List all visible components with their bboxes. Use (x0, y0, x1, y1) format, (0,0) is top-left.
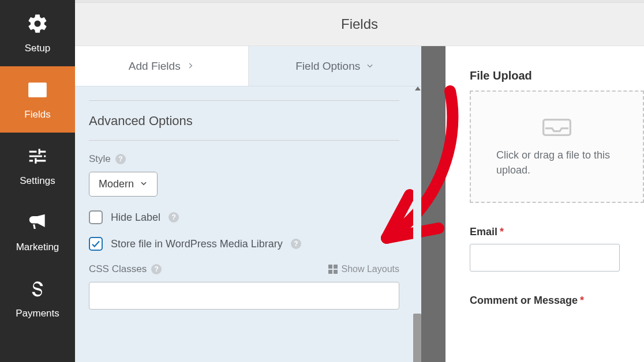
sidebar-label: Marketing (16, 242, 59, 253)
email-input[interactable] (470, 244, 620, 272)
form-preview: File Upload Click or drag a file to this… (445, 46, 644, 362)
grid-icon (328, 265, 338, 274)
sidebar-label: Setup (25, 43, 50, 54)
lbl-text: CSS Classes (89, 263, 147, 275)
sidebar-item-fields[interactable]: Fields (0, 66, 75, 133)
tab-add-fields[interactable]: Add Fields (75, 46, 249, 86)
file-upload-dropzone[interactable]: Click or drag a file to this upload. (470, 90, 644, 203)
show-layouts-text: Show Layouts (341, 264, 399, 274)
main-area: Fields Add Fields Field Options Advanced… (75, 0, 644, 362)
style-label: Style ? (89, 153, 126, 165)
sidebar-item-settings[interactable]: Settings (0, 133, 75, 199)
comment-label: Comment or Message* (470, 295, 644, 307)
required-asterisk: * (500, 226, 504, 238)
bullhorn-icon (27, 212, 48, 236)
help-icon[interactable]: ? (291, 239, 301, 249)
style-value: Modern (99, 178, 134, 190)
inbox-icon (541, 116, 572, 139)
chevron-down-icon (366, 60, 374, 73)
style-row: Style ? Modern (89, 153, 399, 197)
tab-field-options[interactable]: Field Options (249, 46, 422, 86)
store-media-text: Store file in WordPress Media Library (111, 238, 283, 250)
section-title: Advanced Options (89, 114, 399, 129)
sidebar-label: Fields (24, 109, 50, 120)
lbl-text: Email (470, 226, 497, 238)
show-layouts-button[interactable]: Show Layouts (328, 264, 399, 274)
hide-label-row: Hide Label ? (89, 210, 399, 224)
divider (89, 140, 399, 141)
field-options-panel: Advanced Options Style ? Modern (75, 86, 413, 362)
chevron-down-icon (140, 178, 148, 190)
upload-title: File Upload (470, 69, 644, 82)
scroll-area: Advanced Options Style ? Modern (75, 86, 421, 362)
chevron-right-icon (186, 60, 194, 73)
hide-label-text: Hide Label (111, 212, 160, 224)
page-title: Fields (75, 3, 644, 46)
css-label: CSS Classes ? (89, 263, 162, 275)
sidebar-item-setup[interactable]: Setup (0, 0, 75, 66)
help-icon[interactable]: ? (169, 212, 179, 223)
column-divider (421, 46, 445, 362)
css-classes-row: CSS Classes ? Show Layouts (89, 263, 399, 310)
sidebar-label: Payments (16, 308, 59, 319)
lbl-text: Comment or Message (470, 295, 578, 307)
sliders-icon (27, 145, 48, 169)
hide-label-checkbox[interactable] (89, 210, 103, 224)
sidebar-item-payments[interactable]: Payments (0, 265, 75, 331)
body-row: Add Fields Field Options Advanced Option… (75, 46, 644, 362)
panel-tabs: Add Fields Field Options (75, 46, 421, 86)
help-icon[interactable]: ? (151, 264, 162, 274)
sidebar-item-marketing[interactable]: Marketing (0, 199, 75, 265)
builder-sidebar: Setup Fields Settings Marketing Payments (0, 0, 75, 362)
list-icon (27, 79, 48, 103)
tab-label: Field Options (295, 60, 360, 73)
required-asterisk: * (580, 295, 584, 307)
help-icon[interactable]: ? (115, 154, 126, 164)
css-classes-input[interactable] (89, 282, 399, 310)
email-label: Email* (470, 226, 644, 238)
sidebar-label: Settings (20, 175, 55, 187)
dollar-icon (27, 278, 48, 302)
store-media-row: Store file in WordPress Media Library ? (89, 237, 399, 251)
scrollbar[interactable] (413, 86, 421, 362)
tab-label: Add Fields (129, 60, 181, 73)
scrollbar-thumb[interactable] (413, 314, 421, 362)
gear-icon (27, 13, 48, 37)
style-select[interactable]: Modern (89, 172, 158, 197)
store-media-checkbox[interactable] (89, 237, 103, 251)
options-column: Add Fields Field Options Advanced Option… (75, 46, 421, 362)
divider (89, 100, 399, 101)
lbl-text: Style (89, 153, 111, 165)
upload-hint: Click or drag a file to this upload. (496, 148, 617, 177)
